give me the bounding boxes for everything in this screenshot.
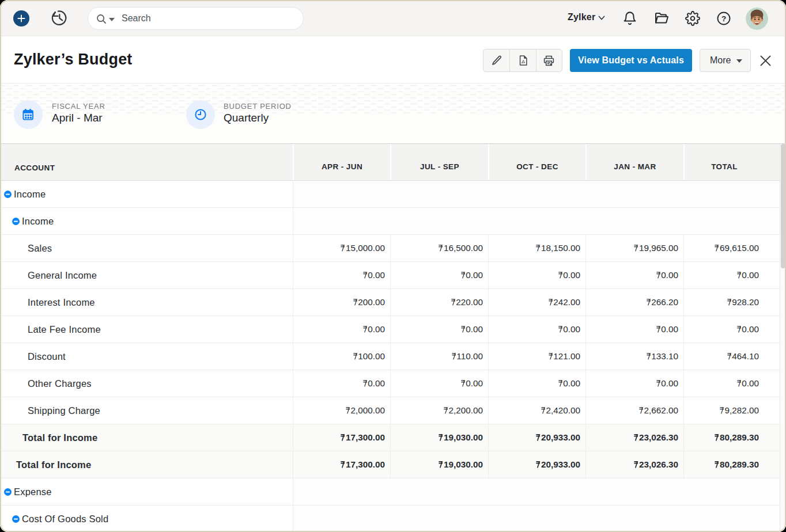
svg-text:?: ? bbox=[721, 14, 726, 23]
